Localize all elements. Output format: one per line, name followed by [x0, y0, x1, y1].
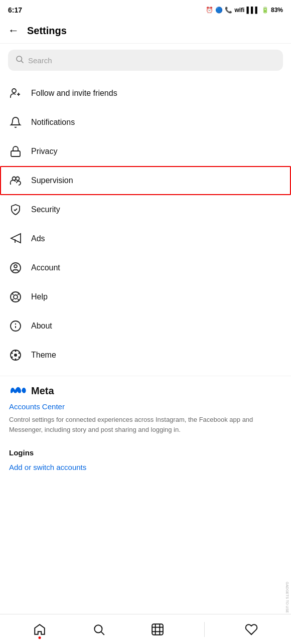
meta-text: Meta	[31, 385, 54, 397]
svg-rect-29	[153, 624, 164, 635]
shield-icon	[9, 203, 22, 216]
bell-icon	[9, 116, 22, 129]
accounts-center-link[interactable]: Accounts Center	[9, 402, 282, 411]
alarm-icon: ⏰	[206, 7, 213, 14]
svg-point-9	[14, 265, 17, 268]
svg-point-27	[94, 625, 102, 632]
svg-point-20	[14, 354, 17, 357]
nav-home[interactable]	[27, 617, 52, 642]
svg-point-21	[15, 351, 17, 352]
svg-point-2	[12, 89, 16, 93]
about-label: About	[31, 321, 52, 331]
notifications-label: Notifications	[31, 118, 75, 127]
supervision-icon	[9, 174, 22, 187]
battery-icon: 🔋	[261, 7, 269, 14]
back-button[interactable]: ←	[8, 24, 19, 37]
bluetooth-icon: 🔵	[215, 7, 223, 14]
menu-item-ads[interactable]: Ads	[0, 224, 291, 253]
svg-line-13	[18, 299, 19, 300]
page-title: Settings	[27, 25, 67, 37]
palette-icon	[9, 349, 22, 362]
status-icons: ⏰ 🔵 📞 wifi ▌▌▌ 🔋 83%	[206, 7, 283, 14]
meta-description: Control settings for connected experienc…	[9, 415, 282, 434]
menu-list: Follow and invite friends Notifications …	[0, 77, 291, 372]
signal-icon: ▌▌▌	[246, 7, 259, 14]
status-time: 6:17	[8, 6, 22, 14]
add-switch-link[interactable]: Add or switch accounts	[9, 463, 282, 471]
menu-item-account[interactable]: Account	[0, 253, 291, 282]
nav-heart[interactable]	[239, 617, 264, 642]
meta-section: Meta Accounts Center Control settings fo…	[0, 376, 291, 438]
svg-line-15	[12, 299, 14, 300]
nav-divider	[204, 622, 205, 637]
menu-item-theme[interactable]: Theme	[0, 341, 291, 370]
home-dot	[38, 636, 41, 639]
menu-item-about[interactable]: About	[0, 311, 291, 341]
svg-rect-5	[11, 151, 20, 156]
info-circle-icon	[9, 319, 22, 333]
search-placeholder: Search	[28, 56, 52, 65]
wifi-icon: wifi	[234, 7, 244, 14]
person-circle-icon	[9, 261, 22, 274]
bottom-nav	[0, 614, 291, 644]
follow-label: Follow and invite friends	[31, 89, 117, 98]
svg-point-23	[18, 357, 20, 358]
menu-item-notifications[interactable]: Notifications	[0, 108, 291, 137]
svg-point-26	[12, 353, 13, 354]
svg-point-24	[15, 359, 17, 360]
svg-line-14	[18, 293, 19, 295]
security-label: Security	[31, 205, 60, 214]
nav-search[interactable]	[86, 617, 111, 642]
ads-label: Ads	[31, 234, 45, 243]
menu-item-supervision[interactable]: Supervision	[0, 166, 291, 195]
svg-point-0	[17, 56, 22, 62]
call-icon: 📞	[225, 7, 232, 14]
menu-item-help[interactable]: Help	[0, 282, 291, 311]
help-label: Help	[31, 292, 48, 301]
nav-reels[interactable]	[145, 617, 170, 642]
privacy-label: Privacy	[31, 147, 57, 156]
megaphone-icon	[9, 232, 22, 245]
menu-item-follow[interactable]: Follow and invite friends	[0, 79, 291, 108]
search-icon	[15, 55, 24, 66]
svg-point-7	[16, 177, 20, 181]
battery-percent: 83%	[271, 7, 283, 14]
status-bar: 6:17 ⏰ 🔵 📞 wifi ▌▌▌ 🔋 83%	[0, 0, 291, 18]
logins-section: Logins Add or switch accounts	[0, 438, 291, 475]
search-bar[interactable]: Search	[8, 50, 283, 71]
header: ← Settings	[0, 18, 291, 44]
menu-item-privacy[interactable]: Privacy	[0, 137, 291, 166]
svg-point-11	[14, 295, 18, 299]
account-label: Account	[31, 263, 60, 272]
theme-label: Theme	[31, 351, 56, 360]
lifebuoy-icon	[9, 290, 22, 303]
watermark: GADGETS TO USE	[285, 582, 289, 613]
lock-icon	[9, 145, 22, 158]
svg-point-25	[12, 357, 13, 358]
menu-item-security[interactable]: Security	[0, 195, 291, 224]
logins-title: Logins	[9, 448, 282, 457]
follow-icon	[9, 87, 22, 100]
svg-line-1	[21, 61, 23, 63]
svg-line-12	[12, 293, 14, 295]
supervision-label: Supervision	[31, 176, 73, 185]
svg-point-22	[18, 353, 20, 354]
meta-logo: Meta	[9, 384, 282, 397]
svg-line-28	[101, 631, 104, 634]
search-container: Search	[0, 44, 291, 77]
meta-logo-icon	[9, 384, 27, 397]
